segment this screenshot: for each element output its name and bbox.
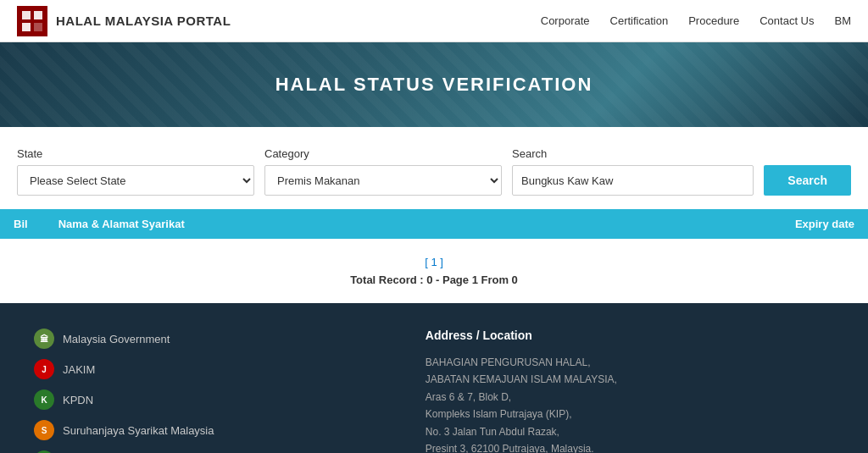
hero-title: HALAL STATUS VERIFICATION	[275, 74, 593, 96]
nav-corporate[interactable]: Corporate	[541, 14, 590, 27]
nav-procedure[interactable]: Procedure	[688, 14, 739, 27]
svg-rect-3	[34, 23, 42, 31]
nav-certification[interactable]: Certification	[610, 14, 669, 27]
footer-link-gov[interactable]: 🏛 Malaysia Government	[34, 329, 375, 349]
footer-address: Address / Location BAHAGIAN PENGURUSAN H…	[426, 329, 834, 453]
category-select[interactable]: Premis Makanan Produk Makanan Premis Mak…	[264, 165, 502, 196]
search-row: State Please Select State Johor Kedah Ke…	[17, 147, 851, 196]
state-label: State	[17, 147, 254, 160]
hero-banner: HALAL STATUS VERIFICATION	[0, 42, 868, 127]
logo-area: HALAL MALAYSIA PORTAL	[17, 6, 231, 36]
search-group: Search	[512, 147, 754, 196]
footer-link-jakim[interactable]: J JAKIM	[34, 359, 375, 379]
header: HALAL MALAYSIA PORTAL Corporate Certific…	[0, 0, 868, 42]
record-info: Total Record : 0 - Page 1 From 0	[17, 273, 851, 286]
col-expiry: Expiry date	[795, 218, 854, 230]
kpdn-link[interactable]: KPDN	[63, 394, 93, 406]
pagination-links: [ 1 ]	[17, 256, 851, 268]
kpdn-icon: K	[34, 389, 54, 410]
search-input[interactable]	[512, 165, 754, 196]
col-bil: Bil	[14, 218, 28, 230]
address-text: BAHAGIAN PENGURUSAN HALAL, JABATAN KEMAJ…	[426, 354, 834, 453]
pagination-area: [ 1 ] Total Record : 0 - Page 1 From 0	[0, 239, 868, 303]
svg-rect-1	[22, 23, 31, 31]
state-select[interactable]: Please Select State Johor Kedah Kelantan…	[17, 165, 254, 196]
svg-rect-0	[22, 11, 31, 19]
category-group: Category Premis Makanan Produk Makanan P…	[264, 147, 502, 196]
category-label: Category	[264, 147, 502, 160]
gov-icon: 🏛	[34, 329, 54, 349]
pagination-link-1[interactable]: [ 1 ]	[425, 256, 443, 268]
search-section: State Please Select State Johor Kedah Ke…	[0, 127, 868, 209]
site-title: HALAL MALAYSIA PORTAL	[56, 14, 231, 28]
ssm-icon: S	[34, 420, 54, 440]
ssm-link[interactable]: Suruhanjaya Syarikat Malaysia	[63, 424, 214, 437]
footer-link-ssm[interactable]: S Suruhanjaya Syarikat Malaysia	[34, 420, 375, 440]
search-label: Search	[512, 147, 754, 160]
address-title: Address / Location	[426, 329, 834, 342]
footer-links: 🏛 Malaysia Government J JAKIM K KPDN S S…	[34, 329, 375, 453]
footer: 🏛 Malaysia Government J JAKIM K KPDN S S…	[0, 303, 868, 453]
col-nama: Nama & Alamat Syarikat	[58, 218, 185, 230]
nav-language[interactable]: BM	[835, 14, 852, 27]
jakim-icon: J	[34, 359, 54, 379]
jakim-link[interactable]: JAKIM	[63, 363, 95, 376]
footer-top: 🏛 Malaysia Government J JAKIM K KPDN S S…	[34, 329, 834, 453]
state-group: State Please Select State Johor Kedah Ke…	[17, 147, 254, 196]
svg-rect-2	[34, 11, 42, 19]
gov-link[interactable]: Malaysia Government	[63, 333, 170, 345]
search-button[interactable]: Search	[764, 165, 851, 196]
logo-icon	[17, 6, 47, 36]
nav-contact[interactable]: Contact Us	[760, 14, 814, 27]
main-nav: Corporate Certification Procedure Contac…	[541, 14, 851, 27]
footer-link-kpdn[interactable]: K KPDN	[34, 389, 375, 410]
results-header: Bil Nama & Alamat Syarikat Expiry date	[0, 209, 868, 239]
